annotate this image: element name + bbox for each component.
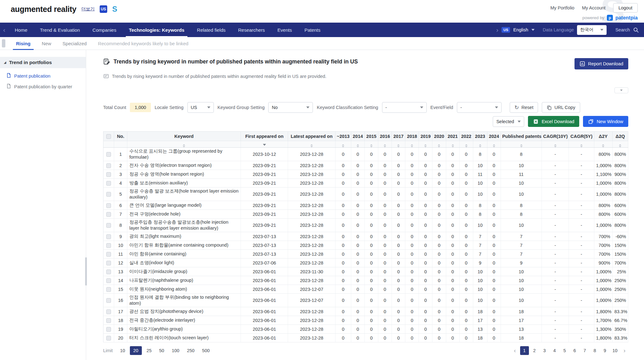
sort-icon[interactable] — [493, 144, 495, 147]
row-checkbox[interactable] — [106, 298, 111, 303]
sort-icon[interactable] — [342, 144, 344, 147]
column-header-keyword[interactable]: Keyword — [127, 132, 241, 141]
limit-option-250[interactable]: 250 — [184, 346, 197, 355]
sort-icon[interactable] — [263, 144, 266, 146]
subtab-new[interactable]: New — [36, 37, 57, 50]
sort-icon[interactable] — [465, 144, 468, 147]
page-8[interactable]: 8 — [591, 346, 599, 355]
my-account-link[interactable]: My Account — [582, 5, 606, 10]
row-checkbox[interactable] — [106, 181, 111, 186]
row-checkbox[interactable] — [106, 261, 111, 265]
row-checkbox[interactable] — [106, 270, 111, 274]
locale-setting-select[interactable]: US — [187, 102, 214, 113]
event-field-select[interactable]: - — [457, 102, 502, 113]
report-download-button[interactable]: Report Download — [575, 58, 628, 69]
sort-icon[interactable] — [479, 144, 481, 147]
row-checkbox[interactable] — [106, 152, 111, 157]
page-2[interactable]: 2 — [530, 346, 539, 355]
limit-option-25[interactable]: 25 — [144, 346, 154, 355]
sort-icon[interactable] — [520, 144, 523, 147]
row-checkbox[interactable] — [106, 203, 111, 208]
sort-icon[interactable] — [411, 144, 413, 147]
sort-icon[interactable] — [384, 144, 386, 147]
limit-option-10[interactable]: 10 — [117, 346, 128, 355]
data-language-select[interactable]: 한국어 — [577, 25, 607, 35]
row-checkbox[interactable] — [106, 327, 111, 332]
logout-button[interactable]: Logout — [613, 3, 638, 13]
nav-item-researchers[interactable]: Researchers — [232, 23, 271, 37]
search-label[interactable]: Search — [615, 27, 630, 32]
column-header-2q[interactable]: Δ2Q — [612, 132, 628, 141]
url-copy-button[interactable]: URL Copy — [542, 102, 580, 113]
sort-icon[interactable] — [370, 144, 373, 147]
sort-icon[interactable] — [554, 144, 557, 147]
row-checkbox[interactable] — [106, 223, 111, 228]
column-header-2020[interactable]: 2020 — [432, 132, 446, 141]
sort-icon[interactable] — [452, 144, 454, 147]
keyword-classification-select[interactable]: - — [382, 102, 427, 113]
sidebar-collapse-handle[interactable] — [2, 39, 5, 47]
column-header-2018[interactable]: 2018 — [405, 132, 419, 141]
limit-option-500[interactable]: 500 — [199, 346, 213, 355]
page-9[interactable]: 9 — [601, 346, 609, 355]
nav-item-home[interactable]: Home — [8, 23, 34, 37]
column-header-2024[interactable]: 2024 — [487, 132, 501, 141]
column-header-2021[interactable]: 2021 — [446, 132, 459, 141]
my-portfolio-link[interactable]: My Portfolio — [550, 5, 575, 10]
column-header-cagr-5y[interactable]: CAGR(5Y) — [569, 132, 594, 141]
row-checkbox[interactable] — [106, 234, 111, 239]
selected-filter-select[interactable]: Selected — [493, 116, 524, 127]
page-4[interactable]: 4 — [550, 346, 559, 355]
column-header-2y[interactable]: Δ2Y — [594, 132, 612, 141]
row-checkbox[interactable] — [106, 252, 111, 257]
page-next-icon[interactable]: › — [621, 347, 628, 354]
row-checkbox[interactable] — [106, 309, 111, 314]
collapse-panel-button[interactable] — [614, 87, 628, 93]
column-header-no[interactable]: No. — [114, 132, 127, 141]
nav-item-related-fields[interactable]: Related fields — [191, 23, 232, 37]
sort-icon[interactable] — [397, 144, 400, 147]
sort-icon[interactable] — [602, 144, 604, 147]
page-6[interactable]: 6 — [570, 346, 579, 355]
more-link[interactable]: 더보기 — [81, 6, 95, 12]
nav-item-companies[interactable]: Companies — [86, 23, 123, 37]
sort-icon[interactable] — [438, 144, 440, 147]
sidebar-section-header[interactable]: ◢ Trend in portfolios — [0, 57, 86, 68]
patentpia-brand-link[interactable]: patentpia — [615, 15, 638, 21]
keyword-group-select[interactable]: No — [268, 102, 313, 113]
sidebar-item-patent-publication[interactable]: Patent publication — [5, 71, 86, 81]
column-header-first-appeared-on[interactable]: First appeared on — [241, 132, 288, 141]
row-checkbox[interactable] — [106, 243, 111, 248]
limit-option-100[interactable]: 100 — [169, 346, 182, 355]
reset-button[interactable]: ↻ Reset — [510, 102, 538, 113]
column-header-2019[interactable]: 2019 — [419, 132, 432, 141]
page-7[interactable]: 7 — [580, 346, 589, 355]
sidebar-item-patent-publication-by-quarter[interactable]: Patent publication by quarter — [5, 81, 86, 92]
row-checkbox[interactable] — [106, 163, 111, 168]
excel-download-button[interactable]: Excel Download — [528, 116, 579, 127]
page-3[interactable]: 3 — [540, 346, 549, 355]
row-checkbox[interactable] — [106, 278, 111, 283]
column-header-2017[interactable]: 2017 — [392, 132, 405, 141]
row-checkbox[interactable] — [106, 336, 111, 341]
column-header-latest-appeared-on[interactable]: Latest appeared on — [288, 132, 335, 141]
row-checkbox[interactable] — [106, 172, 111, 177]
search-icon[interactable] — [633, 27, 639, 33]
nav-scroll-left-icon[interactable]: ‹ — [0, 23, 8, 37]
subtab-recommended-keywords-likely-to-be-linked[interactable]: Recommended keywords likely to be linked — [92, 37, 194, 50]
sort-icon[interactable] — [424, 144, 427, 147]
sort-icon[interactable] — [310, 144, 313, 147]
row-checkbox[interactable] — [106, 318, 111, 323]
column-header-published-patents[interactable]: Published patents — [501, 132, 541, 141]
locale-language-dropdown[interactable]: English — [513, 27, 528, 32]
page-5[interactable]: 5 — [560, 346, 569, 355]
limit-option-20[interactable]: 20 — [130, 346, 142, 355]
column-header-cagr-10y[interactable]: CAGR(10Y) — [542, 132, 569, 141]
nav-item-trend-evaluation[interactable]: Trend & Evaluation — [34, 23, 86, 37]
nav-scroll-right-icon[interactable]: › — [493, 23, 502, 37]
column-header-2022[interactable]: 2022 — [459, 132, 473, 141]
column-header-2016[interactable]: 2016 — [378, 132, 392, 141]
column-header-2023[interactable]: 2023 — [473, 132, 487, 141]
row-checkbox[interactable] — [106, 212, 111, 217]
sort-icon[interactable] — [183, 144, 185, 147]
